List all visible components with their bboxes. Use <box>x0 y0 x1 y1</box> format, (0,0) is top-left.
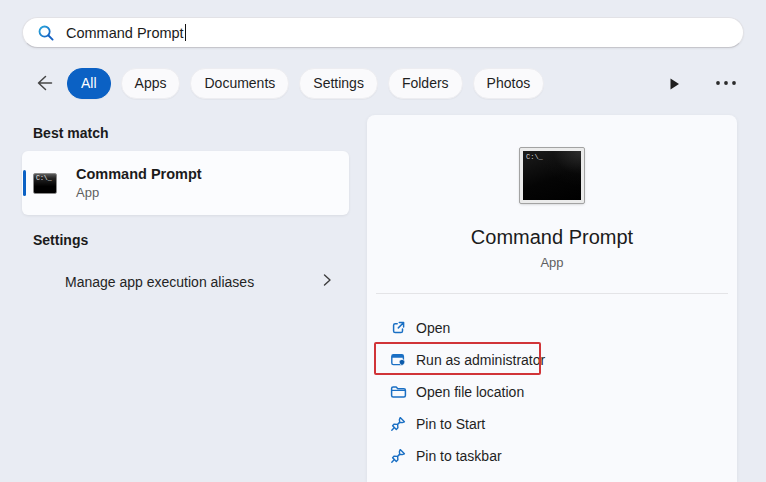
tab-documents[interactable]: Documents <box>190 68 289 99</box>
tab-all[interactable]: All <box>67 68 111 99</box>
action-pin-to-taskbar[interactable]: Pin to taskbar <box>367 440 737 472</box>
tab-settings[interactable]: Settings <box>299 68 378 99</box>
search-icon <box>37 24 55 42</box>
app-subtitle: App <box>367 255 737 270</box>
search-caret <box>185 24 186 41</box>
action-label: Pin to Start <box>416 416 485 432</box>
action-open-file-location[interactable]: Open file location <box>367 376 737 408</box>
run-as-administrator-icon <box>389 351 407 369</box>
action-run-as-administrator[interactable]: Run as administrator <box>367 344 737 376</box>
action-pin-to-start[interactable]: Pin to Start <box>367 408 737 440</box>
app-title: Command Prompt <box>367 226 737 249</box>
selection-accent-bar <box>23 170 26 196</box>
settings-header: Settings <box>33 232 88 248</box>
search-bar[interactable]: Command Prompt <box>22 17 744 48</box>
best-match-result[interactable]: C:\_ Command Prompt App <box>22 151 349 215</box>
best-match-subtitle: App <box>76 185 202 200</box>
command-prompt-large-icon: C:\_ <box>520 148 584 203</box>
pin-icon <box>389 447 407 465</box>
best-match-title: Command Prompt <box>76 166 202 182</box>
back-arrow-icon[interactable] <box>33 72 55 94</box>
action-label: Open <box>416 320 450 336</box>
tab-apps[interactable]: Apps <box>121 68 181 99</box>
action-label: Pin to taskbar <box>416 448 502 464</box>
action-label: Open file location <box>416 384 524 400</box>
search-input[interactable]: Command Prompt <box>66 25 184 41</box>
settings-item-manage-aliases[interactable]: Manage app execution aliases <box>22 263 349 300</box>
best-match-header: Best match <box>33 125 108 141</box>
best-match-text: Command Prompt App <box>76 166 202 200</box>
action-label: Run as administrator <box>416 352 545 368</box>
filter-tabs: All Apps Documents Settings Folders Phot… <box>33 68 554 98</box>
action-list: Open Run as administrator Open file loca… <box>367 312 737 472</box>
tab-folders[interactable]: Folders <box>388 68 463 99</box>
folder-icon <box>389 383 407 401</box>
command-prompt-icon: C:\_ <box>33 173 57 194</box>
play-icon[interactable] <box>664 74 684 94</box>
preview-panel: C:\_ Command Prompt App Open Run as admi… <box>367 115 737 482</box>
pin-icon <box>389 415 407 433</box>
divider <box>376 293 728 294</box>
tab-photos[interactable]: Photos <box>473 68 545 99</box>
action-open[interactable]: Open <box>367 312 737 344</box>
settings-item-label: Manage app execution aliases <box>65 274 254 290</box>
chevron-right-icon <box>319 272 335 292</box>
more-options-icon[interactable] <box>712 73 740 93</box>
open-icon <box>389 319 407 337</box>
